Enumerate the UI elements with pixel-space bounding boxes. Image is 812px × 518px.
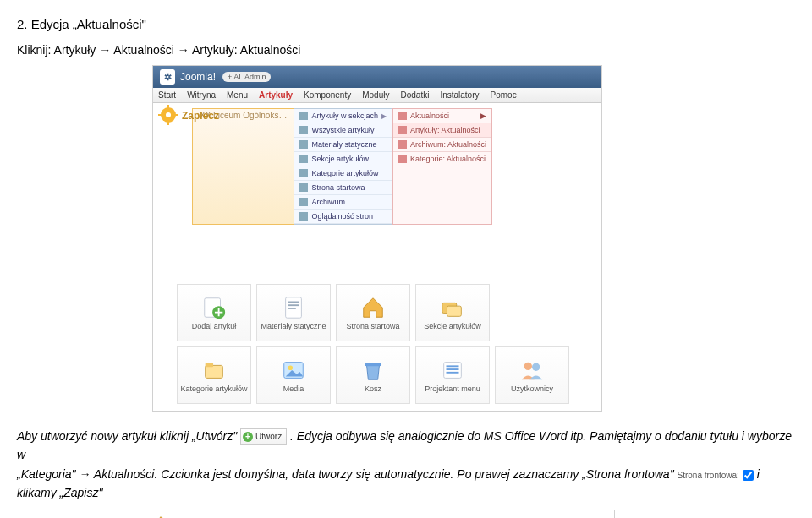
svg-rect-4	[158, 114, 162, 116]
dd-item[interactable]: Materiały statyczne	[294, 138, 392, 152]
svg-point-23	[524, 363, 532, 370]
frontowa-checkbox[interactable]	[743, 470, 754, 481]
menu-artykuły[interactable]: Artykuły	[259, 90, 293, 100]
utworz-button-inline[interactable]: + Utwórz	[240, 428, 287, 445]
article-icon	[147, 515, 171, 518]
quick-icon-image[interactable]: Media	[256, 346, 331, 404]
menu-instalatory[interactable]: Instalatory	[440, 90, 479, 100]
svg-rect-22	[447, 372, 459, 374]
menu-moduły[interactable]: Moduły	[362, 90, 389, 100]
quick-icon-label: Kosz	[365, 384, 381, 393]
dd-item[interactable]: Artykuły w sekcjach▶	[294, 109, 392, 123]
image-icon	[281, 357, 306, 381]
instruction-paragraph: Aby utworzyć nowy artykuł kliknij „Utwór…	[17, 427, 795, 503]
screenshot-joomla-admin: ✲ Joomla! + AL Admin StartWitrynaMenuArt…	[152, 65, 602, 412]
dd-item[interactable]: Strona startowa	[294, 181, 392, 195]
doc-icon	[299, 126, 308, 134]
svg-point-24	[532, 363, 540, 371]
quick-icon-folders[interactable]: Sekcje artykułów	[415, 284, 490, 341]
svg-point-1	[166, 112, 171, 117]
frontowa-inline: Strona frontowa:	[678, 469, 754, 483]
menu-icon	[440, 357, 465, 381]
home-icon	[360, 295, 386, 319]
doc-icon	[398, 155, 407, 163]
doc-icon	[398, 140, 407, 149]
menu-pomoc[interactable]: Pomoc	[491, 90, 517, 100]
gear-icon	[158, 105, 178, 125]
svg-rect-5	[175, 114, 178, 116]
svg-rect-21	[447, 368, 459, 370]
quick-icon-menu[interactable]: Projektant menu	[415, 346, 490, 404]
svg-rect-15	[206, 363, 213, 368]
menu-witryna[interactable]: Witryna	[187, 90, 216, 100]
svg-rect-2	[167, 105, 169, 108]
svg-rect-9	[288, 302, 299, 303]
admin-badge: + AL Admin	[222, 72, 271, 82]
menu-menu[interactable]: Menu	[227, 90, 248, 100]
menu-start[interactable]: Start	[158, 90, 176, 100]
dd-item[interactable]: Kategorie artykułów	[294, 166, 392, 181]
joomla-logo-icon: ✲	[160, 69, 175, 85]
dd-item[interactable]: Archiwum	[294, 195, 392, 210]
plus-icon: +	[243, 432, 253, 442]
quick-icon-home[interactable]: Strona startowa	[336, 284, 410, 341]
breadcrumb-site[interactable]: XX Liceum Ogólnoks…	[192, 108, 294, 225]
articles-dropdown[interactable]: Artykuły w sekcjach▶Wszystkie artykułyMa…	[294, 108, 392, 225]
quick-icon-label: Projektant menu	[425, 384, 480, 393]
svg-rect-18	[365, 363, 381, 367]
quick-icon-folder[interactable]: Kategorie artykułów	[177, 346, 251, 404]
svg-rect-11	[288, 308, 295, 309]
quick-icon-users[interactable]: Użytkownicy	[495, 346, 569, 404]
doc-icon	[398, 112, 407, 120]
aktualnosci-submenu[interactable]: Aktualności▶Artykuły: AktualnościArchiwu…	[392, 108, 492, 225]
svg-rect-10	[288, 304, 299, 306]
zaplecze-label: Zaplecz	[182, 110, 219, 122]
svg-rect-20	[447, 365, 459, 367]
joomla-titlebar: ✲ Joomla! + AL Admin	[153, 66, 601, 88]
doc-icon	[299, 155, 308, 163]
editor-title-bar: Artykuł: Utwórz	[140, 510, 614, 518]
svg-rect-14	[206, 365, 223, 378]
doc-instruction: Kliknij: Artykuły → Aktualności → Artyku…	[17, 43, 795, 57]
doc-icon	[299, 112, 308, 120]
svg-point-17	[288, 365, 293, 370]
plus-icon	[201, 295, 227, 319]
trash-icon	[360, 357, 386, 381]
submenu-item[interactable]: Aktualności▶	[393, 109, 491, 123]
folder-icon	[201, 357, 227, 381]
quick-icon-plus[interactable]: Dodaj artykuł	[177, 284, 251, 341]
quick-icons-row2: Kategorie artykułówMediaKoszProjektant m…	[158, 346, 596, 404]
doc-heading: 2. Edycja „Aktualności"	[17, 17, 795, 31]
quick-icon-label: Strona startowa	[346, 322, 399, 330]
screenshot-article-editor: Artykuł: Utwórz Szczegóły pozycji Tytuł:…	[140, 510, 615, 518]
quick-icon-label: Sekcje artykułów	[424, 322, 481, 330]
menu-dodatki[interactable]: Dodatki	[400, 90, 429, 100]
quick-icon-doc[interactable]: Materiały statyczne	[256, 284, 331, 341]
submenu-item[interactable]: Archiwum: Aktualności	[393, 138, 491, 152]
doc-icon	[398, 126, 407, 134]
svg-rect-3	[167, 122, 169, 125]
quick-icon-label: Kategorie artykułów	[180, 384, 247, 393]
doc-icon	[299, 212, 308, 221]
dd-item[interactable]: Oglądalność stron	[294, 210, 392, 224]
quick-icon-label: Dodaj artykuł	[192, 322, 237, 330]
quick-icon-label: Materiały statyczne	[261, 322, 326, 330]
svg-rect-13	[447, 306, 461, 316]
doc-icon	[299, 198, 308, 206]
menu-komponenty[interactable]: Komponenty	[304, 90, 351, 100]
quick-icons-row1: Dodaj artykułMateriały statyczneStrona s…	[158, 284, 596, 341]
submenu-item[interactable]: Artykuły: Aktualności	[393, 123, 491, 138]
dd-item[interactable]: Sekcje artykułów	[294, 152, 392, 166]
dd-item[interactable]: Wszystkie artykuły	[294, 123, 392, 138]
quick-icon-trash[interactable]: Kosz	[336, 346, 410, 404]
doc-icon	[299, 140, 308, 149]
doc-icon	[281, 295, 306, 319]
submenu-item[interactable]: Kategorie: Aktualności	[393, 152, 491, 166]
doc-icon	[299, 183, 308, 192]
users-icon	[519, 357, 545, 381]
doc-icon	[299, 169, 308, 177]
menubar: StartWitrynaMenuArtykułyKomponentyModuły…	[153, 88, 601, 103]
quick-icon-label: Użytkownicy	[511, 384, 553, 393]
joomla-brand: Joomla!	[180, 71, 216, 83]
folders-icon	[440, 295, 465, 319]
